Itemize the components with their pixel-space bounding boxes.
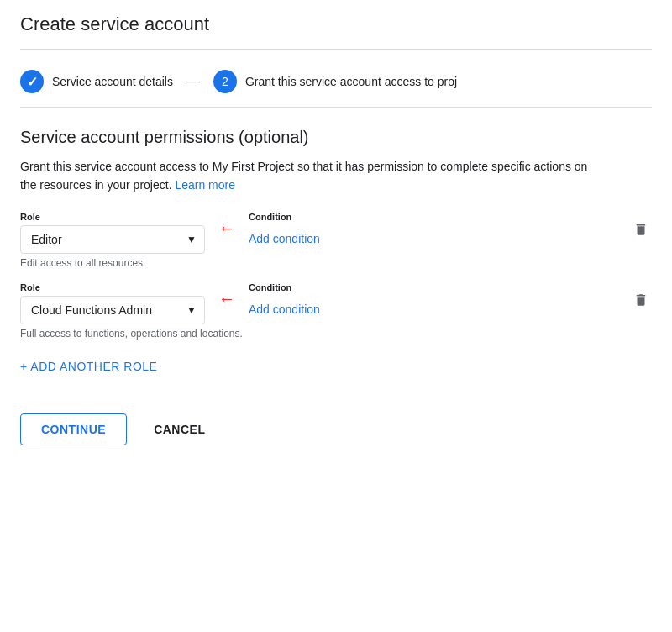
delete-role-2-button[interactable] [630, 289, 652, 311]
condition-2-label: Condition [249, 282, 383, 292]
step-connector: — [186, 74, 200, 89]
role-2-select[interactable]: Cloud Functions Admin Editor Viewer [20, 296, 205, 324]
step-2-circle: 2 [213, 70, 237, 93]
add-condition-1-link[interactable]: Add condition [249, 232, 383, 245]
step-1-label: Service account details [52, 75, 173, 88]
condition-1-label: Condition [249, 212, 383, 222]
role-row-1: Role Editor Viewer Owner ▼ ← Condition A… [20, 212, 652, 269]
delete-role-1-button[interactable] [630, 219, 652, 240]
add-condition-2-link[interactable]: Add condition [249, 303, 383, 316]
role-2-select-container[interactable]: Cloud Functions Admin Editor Viewer ▼ [20, 296, 205, 324]
step-1: ✓ Service account details [20, 70, 173, 93]
stepper: ✓ Service account details — 2 Grant this… [20, 63, 652, 107]
condition-2-group: Condition Add condition [249, 282, 383, 316]
divider-bottom [20, 107, 652, 108]
step-1-circle: ✓ [20, 70, 44, 93]
learn-more-link[interactable]: Learn more [175, 178, 235, 192]
actions-bar: CONTINUE CANCEL [20, 413, 652, 445]
role-2-label: Role [20, 282, 205, 292]
role-1-select[interactable]: Editor Viewer Owner [20, 225, 205, 254]
trash-icon-2 [633, 292, 648, 308]
section-description: Grant this service account access to My … [20, 157, 591, 195]
role-1-hint: Edit access to all resources. [20, 257, 652, 269]
role-1-label: Role [20, 212, 205, 222]
step-2-label: Grant this service account access to pro… [245, 75, 457, 88]
role-1-select-container[interactable]: Editor Viewer Owner ▼ [20, 225, 205, 254]
step-2: 2 Grant this service account access to p… [213, 70, 457, 93]
section-title: Service account permissions (optional) [20, 128, 652, 147]
trash-icon-1 [633, 222, 648, 237]
role-row-2: Role Cloud Functions Admin Editor Viewer… [20, 282, 652, 340]
divider-top [20, 49, 652, 50]
red-arrow-1: ← [218, 219, 235, 238]
red-arrow-2: ← [218, 289, 235, 308]
page-title: Create service account [20, 13, 652, 35]
add-another-role-button[interactable]: + ADD ANOTHER ROLE [20, 353, 157, 380]
step-2-number: 2 [222, 75, 228, 88]
cancel-button[interactable]: CANCEL [147, 414, 212, 445]
role-2-hint: Full access to functions, operations and… [20, 328, 652, 340]
checkmark-icon: ✓ [27, 74, 38, 90]
role-1-group: Role Editor Viewer Owner ▼ [20, 212, 205, 254]
continue-button[interactable]: CONTINUE [20, 413, 127, 445]
condition-1-group: Condition Add condition [249, 212, 383, 245]
role-2-group: Role Cloud Functions Admin Editor Viewer… [20, 282, 205, 324]
